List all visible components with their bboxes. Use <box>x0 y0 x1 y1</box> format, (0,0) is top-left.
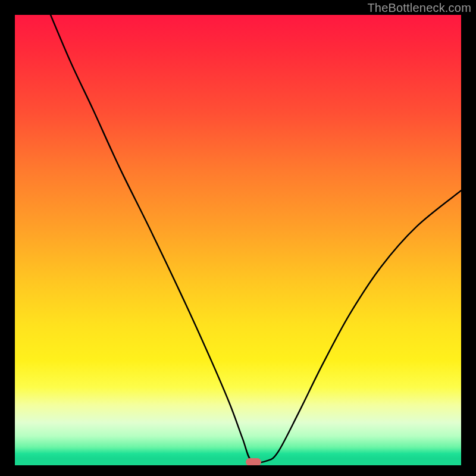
watermark-text: TheBottleneck.com <box>367 1 471 15</box>
bottleneck-curve <box>15 15 461 465</box>
optimal-marker <box>246 458 261 465</box>
chart-stage: TheBottleneck.com <box>0 0 476 476</box>
plot-area <box>15 15 461 465</box>
